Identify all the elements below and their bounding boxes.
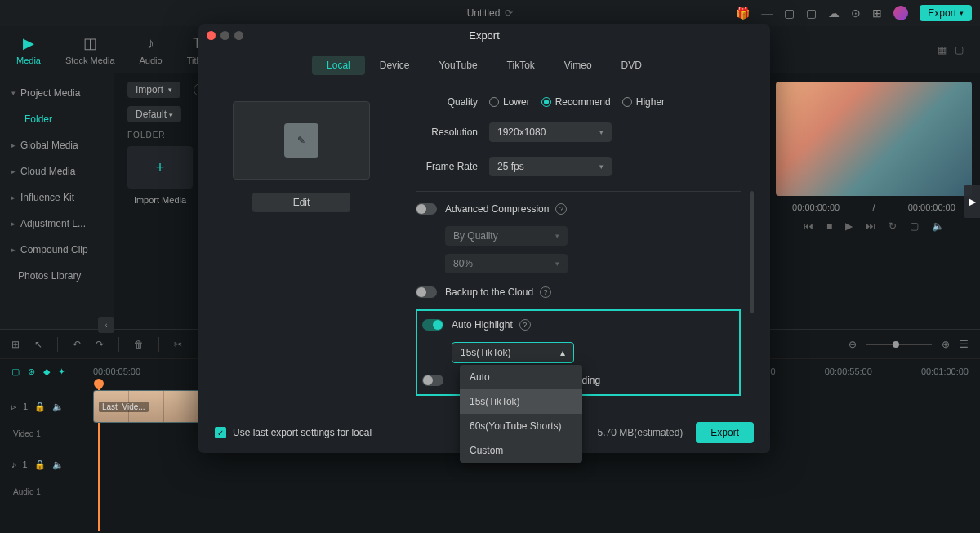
size-estimate: 5.70 MB(estimated) (598, 427, 684, 438)
chevron-down-icon: ▾ (555, 232, 559, 240)
encoding-toggle[interactable] (422, 375, 443, 386)
tab-youtube[interactable]: YouTube (424, 56, 492, 75)
resolution-label: Resolution (416, 127, 489, 138)
tab-dvd[interactable]: DVD (607, 56, 657, 75)
chevron-down-icon: ▾ (555, 260, 559, 268)
export-modal: Export Local Device YouTube TikTok Vimeo… (198, 24, 770, 453)
backup-cloud-row: Backup to the Cloud ? (416, 286, 741, 298)
modal-titlebar: Export (198, 24, 770, 46)
help-icon[interactable]: ? (519, 319, 531, 331)
select-value: 25 fps (497, 161, 524, 172)
backup-cloud-toggle[interactable] (416, 286, 437, 298)
help-icon[interactable]: ? (540, 286, 551, 298)
tab-local[interactable]: Local (312, 56, 365, 75)
toggle-label: Advanced Compression (445, 203, 549, 215)
export-preview: ✎ Edit (212, 85, 391, 411)
edit-icon: ✎ (284, 123, 318, 158)
resolution-select[interactable]: 1920x1080▾ (489, 122, 612, 142)
export-tabs: Local Device YouTube TikTok Vimeo DVD (198, 46, 770, 85)
tab-tiktok[interactable]: TikTok (492, 56, 550, 75)
select-value: 15s(TikTok) (461, 347, 511, 358)
option-15s-tiktok[interactable]: 15s(TikTok) (460, 389, 582, 414)
select-value: 1920x1080 (497, 127, 546, 138)
chevron-up-icon: ▴ (560, 347, 565, 358)
quality-lower[interactable]: Lower (489, 96, 530, 108)
maximize-icon[interactable] (234, 31, 243, 40)
auto-highlight-select[interactable]: 15s(TikTok) ▴ (452, 342, 574, 363)
edit-button[interactable]: Edit (252, 193, 350, 212)
close-icon[interactable] (207, 31, 216, 40)
auto-highlight-section: Auto Highlight ? 15s(TikTok) ▴ Auto 15s(… (416, 309, 741, 396)
toggle-label: Auto Highlight (452, 319, 513, 331)
radio-label: Higher (636, 96, 665, 108)
advanced-compression-toggle[interactable] (416, 203, 437, 215)
radio-label: Lower (503, 96, 530, 108)
divider (416, 191, 741, 192)
option-60s-youtube[interactable]: 60s(YouTube Shorts) (460, 414, 582, 438)
export-confirm-button[interactable]: Export (696, 422, 754, 443)
quality-higher[interactable]: Higher (622, 96, 665, 108)
tab-vimeo[interactable]: Vimeo (550, 56, 607, 75)
clip-label: Last_Vide... (99, 402, 149, 412)
option-auto[interactable]: Auto (460, 365, 582, 389)
help-icon[interactable]: ? (555, 203, 567, 215)
export-thumbnail[interactable]: ✎ (233, 101, 370, 180)
compression-percent-select[interactable]: 80%▾ (445, 254, 568, 273)
scrollbar[interactable] (750, 191, 754, 313)
modal-title: Export (469, 29, 500, 42)
use-last-label: Use last export settings for local (233, 427, 372, 438)
export-settings: Quality Lower Recommend Higher Resolutio… (391, 85, 757, 411)
quality-recommend[interactable]: Recommend (541, 96, 611, 108)
select-value: 80% (453, 258, 473, 269)
radio-label: Recommend (555, 96, 611, 108)
auto-highlight-toggle[interactable] (422, 319, 443, 331)
framerate-select[interactable]: 25 fps▾ (489, 157, 612, 176)
toggle-label: Backup to the Cloud (445, 286, 533, 298)
compression-mode-select[interactable]: By Quality▾ (445, 226, 568, 246)
quality-label: Quality (416, 96, 489, 108)
select-value: By Quality (453, 230, 498, 242)
minimize-icon[interactable] (220, 31, 229, 40)
tab-device[interactable]: Device (365, 56, 425, 75)
advanced-compression-row: Advanced Compression ? (416, 203, 741, 215)
chevron-down-icon: ▾ (599, 162, 604, 171)
use-last-checkbox[interactable]: ✓ (215, 427, 226, 438)
framerate-label: Frame Rate (416, 161, 489, 172)
option-custom[interactable]: Custom (460, 438, 582, 463)
auto-highlight-row: Auto Highlight ? (422, 319, 731, 331)
chevron-down-icon: ▾ (599, 128, 604, 136)
auto-highlight-dropdown: Auto 15s(TikTok) 60s(YouTube Shorts) Cus… (460, 365, 582, 463)
